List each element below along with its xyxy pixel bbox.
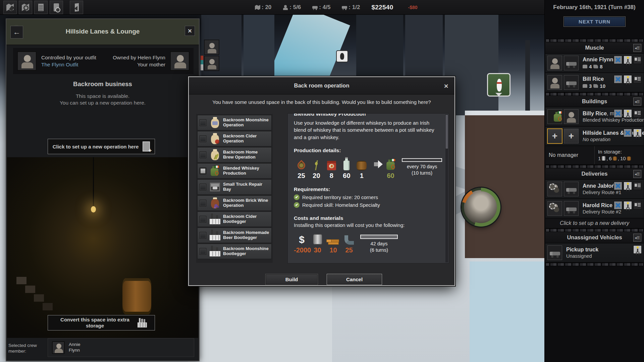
requirements-title: Requirements:: [294, 186, 442, 192]
character-medallion[interactable]: [462, 188, 500, 227]
operation-checkbox[interactable]: [200, 200, 206, 206]
operation-label: Backroom Homemade Beer Bootlegger: [223, 230, 269, 240]
setup-operation-button[interactable]: Click to set up a new operation here: [48, 139, 155, 154]
locate-on-map-icon[interactable]: [614, 201, 622, 209]
buildings-footer: No managerIn storage:1, 6, 10: [545, 146, 644, 165]
metal-barrel-icon: [313, 234, 322, 245]
outfit-link[interactable]: The Flynn Outfit: [41, 62, 99, 68]
collapse-section-icon[interactable]: ◂☰: [633, 44, 641, 52]
bowling-alley-marker[interactable]: [487, 73, 511, 97]
map-location-marker[interactable]: [336, 50, 348, 62]
building-row[interactable]: ++Hillside Lanes & LoungeNo operation: [545, 127, 644, 146]
delivery-row[interactable]: Anne JabłońskiDelivery Route #1: [545, 180, 644, 199]
cost-value: -2000: [294, 246, 310, 254]
map-search-button[interactable]: [19, 1, 32, 14]
delivery-row[interactable]: Harold RiceDelivery Route #2: [545, 199, 644, 219]
assign-crew-icon[interactable]: [624, 182, 632, 190]
operation-row[interactable]: Backroom Brick Wine Operation: [197, 195, 272, 211]
operation-checkbox[interactable]: [200, 232, 206, 239]
building-panel-header: ← Hillside Lanes & Lounge ✕: [6, 19, 199, 45]
operation-checkbox[interactable]: [200, 248, 206, 255]
detail-scrollbar[interactable]: [445, 114, 448, 262]
operation-checkbox[interactable]: [200, 152, 206, 158]
exit-button[interactable]: [70, 1, 83, 14]
map-notes-button[interactable]: [3, 1, 17, 14]
check-icon: ✔: [294, 202, 300, 208]
assign-crew-icon[interactable]: [633, 129, 642, 137]
row-name: Bill Rice: [583, 76, 614, 82]
collapse-section-icon[interactable]: ◂☰: [633, 98, 641, 106]
operation-row[interactable]: Blended Whiskey Production: [197, 163, 272, 179]
row-sub: Blended Whiskey Production: [583, 117, 614, 123]
selected-crew-box[interactable]: Annie Flynn: [48, 338, 194, 357]
operation-row[interactable]: Backroom Moonshine Operation: [197, 115, 272, 130]
row-name: Pickup truck: [566, 247, 633, 253]
cars-value: : 4/5: [319, 4, 330, 11]
operation-row[interactable]: Backroom Home Brew Operation: [197, 147, 272, 163]
portrait-thumb: [547, 201, 562, 216]
dialog-close-button[interactable]: ✕: [442, 82, 450, 90]
assign-crew-icon[interactable]: [633, 245, 642, 254]
operation-checkbox[interactable]: [200, 135, 206, 142]
scrollbar-thumb[interactable]: [446, 115, 448, 148]
add-operation-button[interactable]: +: [564, 129, 579, 143]
ledger-button[interactable]: [34, 1, 48, 14]
panel-close-button[interactable]: ✕: [185, 26, 195, 36]
row-name: Anne Jabłoński: [583, 183, 614, 189]
owner-relation: Your mother: [108, 62, 165, 68]
crew-portrait: [52, 341, 65, 354]
assign-crew-icon[interactable]: [624, 201, 632, 209]
profile-card-icon[interactable]: [633, 201, 642, 209]
add-operation-button[interactable]: +: [547, 129, 562, 143]
vehicle-thumb: [564, 56, 579, 70]
profile-card-icon[interactable]: [633, 182, 642, 190]
new-delivery-button[interactable]: Click to set up a new delivery: [545, 219, 644, 229]
next-turn-button[interactable]: NEXT TURN: [564, 17, 625, 26]
production-input: 8: [324, 158, 339, 180]
profile-card-icon[interactable]: [633, 75, 642, 83]
backroom-section-title: Backroom business: [6, 80, 199, 88]
input-value: 60: [339, 172, 354, 180]
muscle-row[interactable]: Bill Rice310: [545, 73, 644, 93]
map-crew-portrait[interactable]: [204, 56, 219, 71]
operation-checkbox[interactable]: [200, 216, 206, 223]
assign-crew-icon[interactable]: [624, 109, 632, 118]
profile-card-icon[interactable]: [633, 109, 642, 118]
operation-row[interactable]: Backroom Cider Operation: [197, 131, 272, 146]
input-value: 1: [354, 172, 369, 180]
locate-on-map-icon[interactable]: [614, 56, 622, 64]
trucks-value: : 1/2: [348, 4, 360, 11]
operation-row[interactable]: Backroom Homemade Beer Bootlegger: [197, 228, 272, 243]
building-row[interactable]: Billy Rice, mngr.Blended Whiskey Product…: [545, 107, 644, 127]
muscle-row[interactable]: Annie Flynn48: [545, 54, 644, 73]
convert-storage-button[interactable]: Convert this space into extra storage: [48, 315, 155, 330]
locate-on-map-icon[interactable]: [614, 109, 622, 118]
operation-checkbox[interactable]: [200, 168, 206, 174]
locate-on-map-icon[interactable]: [614, 182, 622, 190]
operation-checkbox[interactable]: [200, 184, 206, 190]
operation-row[interactable]: Backroom Moonshine Bootlegger: [197, 244, 272, 259]
build-button[interactable]: Build: [266, 274, 318, 285]
locate-on-map-icon[interactable]: [624, 129, 632, 137]
profile-card-icon[interactable]: [633, 56, 642, 64]
collapse-section-icon[interactable]: ◂☰: [633, 234, 641, 242]
contacts-button[interactable]: [50, 1, 63, 14]
operation-checkbox[interactable]: [200, 119, 206, 126]
assign-crew-icon[interactable]: [624, 75, 632, 83]
collapse-section-icon[interactable]: ◂☰: [633, 170, 641, 178]
vehicle-row[interactable]: Pickup truckUnassigned: [545, 243, 644, 263]
map-building: [356, 15, 403, 83]
storage-items: 1, 6, 10: [598, 156, 640, 161]
garage-icon: [210, 181, 220, 193]
controller-portrait: [17, 51, 37, 71]
assign-crew-icon[interactable]: [624, 56, 632, 64]
cycle-progress-bar: [402, 158, 442, 162]
room-barrel: [122, 278, 151, 314]
blended-whiskey-icon: [210, 165, 220, 177]
operation-row[interactable]: Backroom Cider Bootlegger: [197, 212, 272, 227]
locate-on-map-icon[interactable]: [614, 75, 622, 83]
operation-row[interactable]: Small Truck Repair Bay: [197, 179, 272, 195]
build-time: 42 days(6 turns): [360, 235, 398, 253]
cancel-button[interactable]: Cancel: [327, 274, 382, 285]
map-crew-portrait[interactable]: [204, 40, 219, 55]
